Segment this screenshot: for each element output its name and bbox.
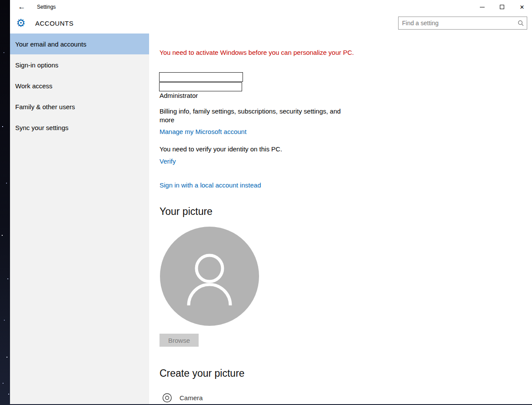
sidebar-item-label: Sign-in options bbox=[15, 61, 58, 69]
camera-icon bbox=[162, 393, 172, 403]
window-title: Settings bbox=[37, 0, 56, 14]
sidebar-item-work-access[interactable]: Work access bbox=[10, 75, 149, 96]
manage-microsoft-account-link[interactable]: Manage my Microsoft account bbox=[160, 128, 246, 135]
close-button[interactable]: ✕ bbox=[512, 0, 532, 14]
camera-label: Camera bbox=[180, 394, 203, 402]
sidebar-item-sign-in-options[interactable]: Sign-in options bbox=[10, 54, 149, 75]
redacted-account-email bbox=[159, 82, 242, 91]
page-title: ACCOUNTS bbox=[35, 20, 73, 27]
titlebar: ← Settings ✕ bbox=[10, 0, 532, 14]
search-box bbox=[398, 17, 527, 30]
sidebar: Your email and accounts Sign-in options … bbox=[10, 33, 149, 404]
sidebar-item-label: Your email and accounts bbox=[15, 40, 86, 48]
desktop-background bbox=[0, 0, 1, 1]
verify-identity-text: You need to verify your identity on this… bbox=[160, 145, 282, 153]
verify-link[interactable]: Verify bbox=[160, 157, 176, 165]
activation-warning: You need to activate Windows before you … bbox=[160, 49, 403, 56]
sidebar-item-family-other-users[interactable]: Family & other users bbox=[10, 96, 149, 117]
local-account-link[interactable]: Sign in with a local account instead bbox=[160, 181, 261, 189]
account-role: Administrator bbox=[160, 92, 198, 99]
settings-gear-icon: ⚙ bbox=[14, 17, 27, 30]
window-controls: ✕ bbox=[472, 0, 532, 14]
create-picture-heading: Create your picture bbox=[160, 368, 245, 379]
sidebar-item-label: Family & other users bbox=[15, 103, 75, 110]
back-arrow-icon: ← bbox=[18, 3, 26, 11]
maximize-icon bbox=[500, 5, 504, 9]
your-picture-heading: Your picture bbox=[160, 206, 213, 218]
minimize-button[interactable] bbox=[472, 0, 492, 14]
minimize-icon bbox=[480, 7, 485, 7]
account-description: Billing info, family settings, subscript… bbox=[160, 107, 346, 124]
redacted-account-name bbox=[159, 72, 243, 82]
person-icon bbox=[160, 227, 259, 326]
browse-button[interactable]: Browse bbox=[160, 334, 199, 347]
back-button[interactable]: ← bbox=[14, 0, 29, 14]
close-icon: ✕ bbox=[520, 4, 525, 10]
settings-window: ← Settings ✕ ⚙ ACCOUNTS Your em bbox=[10, 0, 532, 404]
maximize-button[interactable] bbox=[492, 0, 512, 14]
user-avatar bbox=[160, 227, 259, 326]
main-content: You need to activate Windows before you … bbox=[149, 33, 532, 404]
camera-option[interactable]: Camera bbox=[162, 393, 203, 403]
sidebar-item-your-email-and-accounts[interactable]: Your email and accounts bbox=[10, 33, 149, 54]
sidebar-item-label: Work access bbox=[15, 82, 53, 90]
sidebar-item-label: Sync your settings bbox=[15, 124, 69, 131]
search-icon[interactable] bbox=[515, 20, 527, 26]
sidebar-item-sync-your-settings[interactable]: Sync your settings bbox=[10, 117, 149, 138]
search-input[interactable] bbox=[399, 17, 515, 29]
